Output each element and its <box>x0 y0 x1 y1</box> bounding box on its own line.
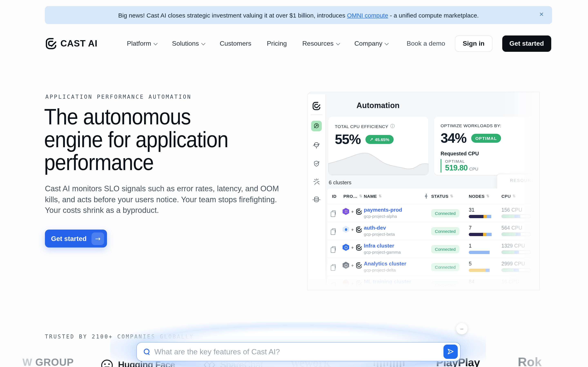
sort-icon[interactable]: ⇅ <box>450 194 453 198</box>
provider-icon <box>343 262 349 269</box>
cluster-name-link[interactable]: auth-dev <box>364 225 386 231</box>
cpu-bar <box>502 250 531 254</box>
nodes-count: 7 <box>469 225 472 231</box>
search-input[interactable] <box>154 347 443 356</box>
mockup-sidebar <box>307 94 326 290</box>
announcement-text: Big news! Cast AI closes strategic inves… <box>118 12 479 18</box>
castai-mark-icon <box>356 280 362 286</box>
table-row[interactable]: + payments-prod gcp-project-alpha Connec… <box>327 204 540 222</box>
sign-in-button[interactable]: Sign in <box>455 35 492 52</box>
chevron-down-icon <box>336 41 340 45</box>
nav-pricing[interactable]: Pricing <box>267 40 287 47</box>
cpu-value: 564 CPU <box>502 225 522 231</box>
header-get-started-button[interactable]: Get started <box>502 35 551 52</box>
huggingface-icon <box>100 358 114 367</box>
sidebar-divider <box>311 115 322 115</box>
close-icon[interactable]: ✕ <box>539 11 544 17</box>
cpu-bar <box>502 268 531 272</box>
requested-cpu-label: Requested CPU <box>441 151 537 157</box>
col-header-nodes[interactable]: NODES⇅ <box>469 188 489 204</box>
optimize-value: 34% <box>441 131 466 146</box>
provider-cell: + <box>343 244 362 251</box>
nodes-bar <box>469 233 494 236</box>
nodes-bar <box>469 269 494 272</box>
castai-mark-icon <box>312 101 321 110</box>
sidebar-item-automation-active[interactable] <box>311 121 322 131</box>
status-badge: Connected <box>431 245 459 253</box>
optimize-label: OPTIMIZE WORKLOADS BY: <box>441 123 537 128</box>
chevron-down-icon <box>154 41 158 45</box>
optimal-badge: OPTIMAL <box>471 134 501 143</box>
castai-mark-icon <box>356 262 362 268</box>
nodes-bar <box>469 215 494 218</box>
logo-wgroup: W GROUP <box>22 356 74 367</box>
optimize-workloads-card: OPTIMIZE WORKLOADS BY: 34% OPTIMAL Reque… <box>434 117 540 175</box>
castai-mark-icon <box>356 244 362 250</box>
announcement-banner: Big news! Cast AI closes strategic inves… <box>45 6 552 24</box>
send-button[interactable] <box>443 345 458 359</box>
provider-cell: + <box>343 262 362 269</box>
nav-resources[interactable]: Resources <box>302 40 339 47</box>
col-header-id[interactable]: ID <box>332 188 337 204</box>
database-icon[interactable] <box>312 196 320 203</box>
trend-up-icon: ↗ <box>370 137 373 142</box>
sort-icon[interactable]: ⇅ <box>359 194 362 198</box>
filter-icon[interactable]: ▽ <box>534 122 538 128</box>
table-row[interactable]: + Infra cluster gcp-project-gamma Connec… <box>327 240 540 258</box>
ai-search-bar <box>136 342 461 361</box>
nav-company[interactable]: Company <box>355 40 388 47</box>
cpu-efficiency-label: TOTAL CPU EFFICIENCY ⓘ <box>335 123 422 129</box>
autoscaler-icon <box>313 123 320 129</box>
column-resize-icon[interactable] <box>424 194 428 199</box>
table-row[interactable]: + Analytics cluster gcp-project-delta Co… <box>327 258 540 276</box>
info-icon[interactable]: ⓘ <box>390 123 395 129</box>
castai-mark-icon <box>356 208 362 215</box>
sort-icon[interactable]: ⇅ <box>379 194 382 198</box>
sort-icon[interactable]: ⇅ <box>486 194 490 198</box>
book-demo-link[interactable]: Book a demo <box>407 40 445 47</box>
dashboard-mockup: Automation TOTAL CPU EFFICIENCY ⓘ 55% ↗ … <box>307 92 540 290</box>
workload-icon[interactable] <box>313 142 320 149</box>
nodes-count: 31 <box>469 207 475 213</box>
cpu-efficiency-value: 55% <box>335 132 361 147</box>
provider-icon <box>343 280 349 287</box>
col-header-name[interactable]: NAME⇅ <box>364 188 382 204</box>
castai-logo[interactable]: CAST AI <box>45 38 97 50</box>
arrow-right-icon: → <box>91 232 104 245</box>
table-row[interactable]: + ML training cluster Connected 84 16 CP… <box>327 276 540 290</box>
omni-compute-link[interactable]: OMNI compute <box>347 12 388 18</box>
nodes-count: 84 <box>469 279 475 285</box>
copy-icon[interactable] <box>332 282 336 287</box>
col-header-provider[interactable]: PRO…⇅ <box>343 188 362 204</box>
copy-icon[interactable] <box>332 246 336 251</box>
cpu-value: 2999 CPU <box>502 261 525 267</box>
castai-logo-text: CAST AI <box>61 38 97 49</box>
cpu-bar <box>502 286 531 290</box>
cluster-name-link[interactable]: Analytics cluster <box>364 261 406 267</box>
provider-cell: + <box>343 226 362 233</box>
nav-platform[interactable]: Platform <box>127 40 156 47</box>
nav-solutions[interactable]: Solutions <box>172 40 204 47</box>
main-nav: Platform Solutions Customers Pricing Res… <box>127 40 388 47</box>
optimal-cpu-value: 519.80 <box>445 164 467 172</box>
cluster-name-link[interactable]: ML training cluster <box>364 278 411 285</box>
logo-rok: Rok <box>518 355 542 367</box>
nav-customers[interactable]: Customers <box>220 40 251 47</box>
copy-icon[interactable] <box>332 228 336 233</box>
collapse-widget-button[interactable]: − <box>456 323 467 334</box>
provider-cell: + <box>343 280 362 287</box>
shield-check-icon[interactable] <box>313 160 320 167</box>
hero-get-started-button[interactable]: Get started → <box>45 230 107 248</box>
cluster-name-link[interactable]: payments-prod <box>364 207 402 213</box>
copy-icon[interactable] <box>332 210 336 215</box>
resources-label: RESOURCES <box>510 178 540 183</box>
cluster-name-link[interactable]: Infra cluster <box>364 243 394 249</box>
spark-icon[interactable] <box>313 178 320 185</box>
chevron-down-icon <box>201 41 205 45</box>
col-header-status[interactable]: STATUS⇅ <box>431 188 453 204</box>
table-row[interactable]: + auth-dev gcp-project-beta Connected 7 … <box>327 222 540 240</box>
sort-icon[interactable]: ⇅ <box>512 194 516 198</box>
col-header-cpu[interactable]: CPU⇅ <box>502 188 516 204</box>
copy-icon[interactable] <box>332 264 336 269</box>
nodes-bar <box>469 251 494 254</box>
